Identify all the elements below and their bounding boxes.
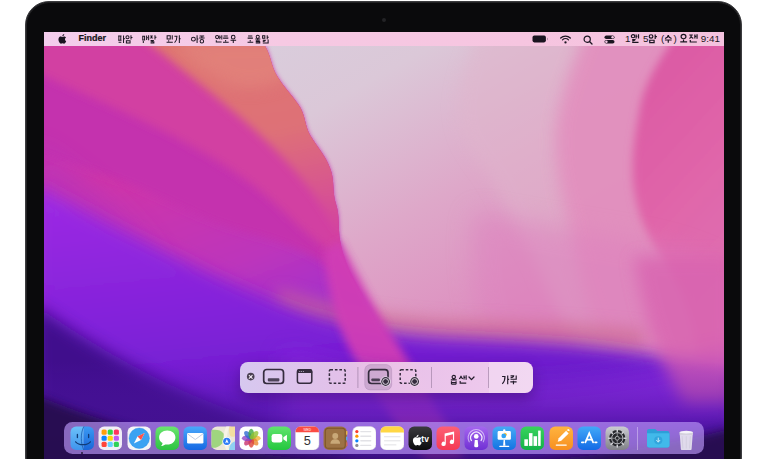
svg-text:): ) — [673, 34, 676, 45]
svg-text:5: 5 — [304, 433, 311, 448]
svg-text:WED: WED — [304, 427, 312, 431]
svg-text:tv: tv — [421, 434, 429, 444]
svg-text:1: 1 — [625, 34, 630, 45]
svg-text:(: ( — [660, 34, 664, 45]
svg-text:9:41: 9:41 — [700, 34, 719, 45]
svg-text:5: 5 — [642, 34, 647, 45]
